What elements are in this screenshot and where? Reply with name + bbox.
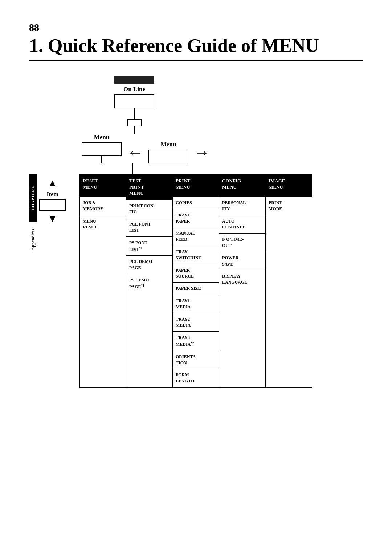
small-rect-1	[127, 119, 142, 126]
col-test-item-2: PCL FONTLIST	[126, 218, 172, 237]
page-number: 88	[29, 22, 363, 33]
col-print-item-8: TRAY2MEDIA	[173, 313, 219, 332]
left-arrow-icon: ←	[127, 143, 143, 162]
col-config-menu: CONFIGMENU PERSONAL-ITY AUTOCONTINUE I/ …	[219, 175, 266, 387]
col-test-print-header: TESTPRINTMENU	[126, 175, 172, 200]
appendices-label: Appendices	[29, 223, 37, 256]
col-print-menu: PRINTMENU COPIES TRAY1PAPER MANUALFEED T…	[173, 175, 219, 387]
diagram: On Line Menu ← Menu	[29, 76, 363, 388]
connector-menu-down	[101, 156, 102, 163]
right-arrow-icon: →	[194, 143, 210, 162]
col-print-item-2: TRAY1PAPER	[173, 209, 219, 228]
col-print-item-6: PAPER SIZE	[173, 283, 219, 295]
col-reset-item-2: MENURESET	[80, 215, 126, 234]
col-reset-item-1: JOB &MEMORY	[80, 197, 126, 215]
col-test-item-4: PCL DEMOPAGE	[126, 256, 172, 274]
col-image-item-1: PRINTMODE	[266, 197, 312, 215]
online-dark-bar	[114, 76, 154, 84]
up-arrow-icon: ▲	[48, 178, 58, 188]
col-config-item-3: I/ O TIME-OUT	[219, 234, 265, 252]
item-label: Item	[47, 191, 58, 198]
page: 88 1. Quick Reference Guide of MENU On L…	[0, 0, 392, 410]
col-config-item-4: POWERSAVE	[219, 252, 265, 271]
online-label: On Line	[123, 86, 145, 93]
menu-nav-label: Menu	[161, 141, 176, 148]
col-print-item-11: FORMLENGTH	[173, 369, 219, 387]
col-print-item-9: TRAY3MEDIA*2	[173, 332, 219, 351]
col-print-item-10: ORIENTA-TION	[173, 351, 219, 369]
down-arrow-icon: ▼	[48, 214, 58, 224]
col-print-item-4: TRAYSWITCHING	[173, 246, 219, 264]
connector-online-menu	[134, 108, 135, 119]
col-test-item-3: PS FONTLIST*1	[126, 237, 172, 256]
connector-2	[134, 126, 135, 134]
col-print-item-1: COPIES	[173, 197, 219, 209]
page-title: 1. Quick Reference Guide of MENU	[29, 35, 363, 61]
col-test-print-menu: TESTPRINTMENU PRINT CON-FIG PCL FONTLIST…	[126, 175, 173, 387]
col-test-item-5: PS DEMOPAGE*1	[126, 274, 172, 293]
col-reset-menu: RESETMENU JOB &MEMORY MENURESET	[80, 175, 126, 387]
col-print-item-5: PAPERSOURCE	[173, 264, 219, 283]
col-test-item-1: PRINT CON-FIG	[126, 200, 172, 219]
connector-to-table	[132, 163, 133, 174]
col-image-header: IMAGEMENU	[266, 175, 312, 197]
col-config-item-2: AUTOCONTINUE	[219, 215, 265, 234]
menu-nav-button[interactable]	[148, 150, 188, 163]
menu-button[interactable]	[82, 142, 122, 156]
chapter-label: CHAPTER 6	[29, 174, 37, 222]
col-config-header: CONFIGMENU	[219, 175, 265, 197]
col-print-header: PRINTMENU	[173, 175, 219, 197]
online-button[interactable]	[114, 94, 154, 108]
item-button[interactable]	[39, 199, 66, 211]
col-print-item-7: TRAY1MEDIA	[173, 295, 219, 313]
menu-label: Menu	[94, 134, 110, 141]
col-config-item-5: DISPLAYLANGUAGE	[219, 270, 265, 288]
col-reset-menu-header: RESETMENU	[80, 175, 126, 197]
menu-columns-table: RESETMENU JOB &MEMORY MENURESET TESTPRIN…	[79, 174, 312, 388]
col-config-item-1: PERSONAL-ITY	[219, 197, 265, 215]
col-image-menu: IMAGEMENU PRINTMODE	[266, 175, 312, 387]
col-print-item-3: MANUALFEED	[173, 227, 219, 246]
